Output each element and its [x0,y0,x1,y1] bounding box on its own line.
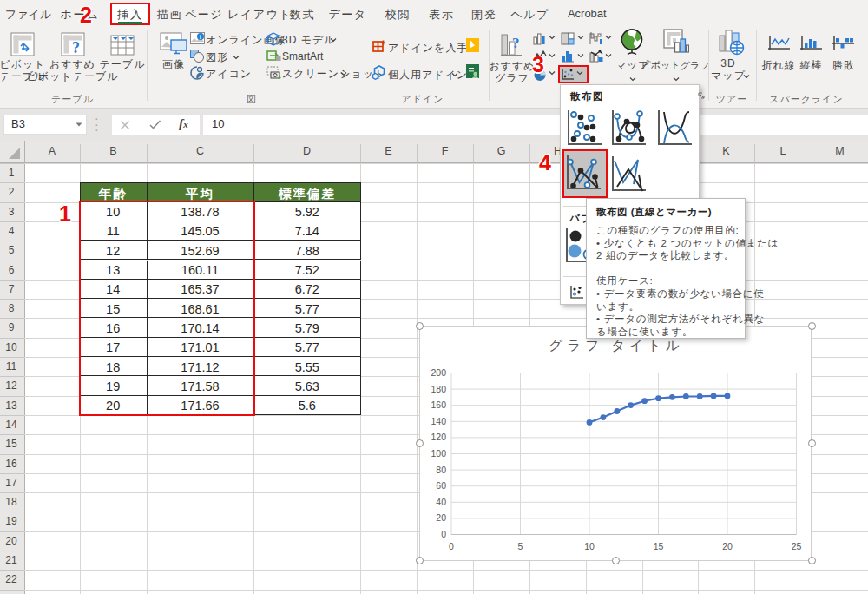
svg-text:160: 160 [431,399,446,410]
svg-text:20: 20 [722,541,733,551]
svg-text:15: 15 [654,541,664,551]
svg-text:i: i [200,34,201,40]
svg-text:グラフ タイトル: グラフ タイトル [549,338,683,353]
svg-text:80: 80 [436,465,446,475]
svg-text:?: ? [512,35,520,51]
svg-text:180: 180 [431,384,446,394]
svg-text:0: 0 [441,529,446,539]
svg-text:120: 120 [431,432,446,442]
svg-text:20: 20 [436,512,446,523]
svg-text:?: ? [72,39,80,56]
svg-text:60: 60 [436,480,446,491]
svg-text:140: 140 [431,416,446,426]
svg-text:10: 10 [584,541,595,551]
svg-text:100: 100 [431,448,446,459]
svg-text:40: 40 [436,497,446,507]
svg-text:5: 5 [518,541,523,551]
svg-text:0: 0 [449,541,454,551]
svg-text:200: 200 [431,367,446,378]
svg-text:25: 25 [792,541,802,551]
